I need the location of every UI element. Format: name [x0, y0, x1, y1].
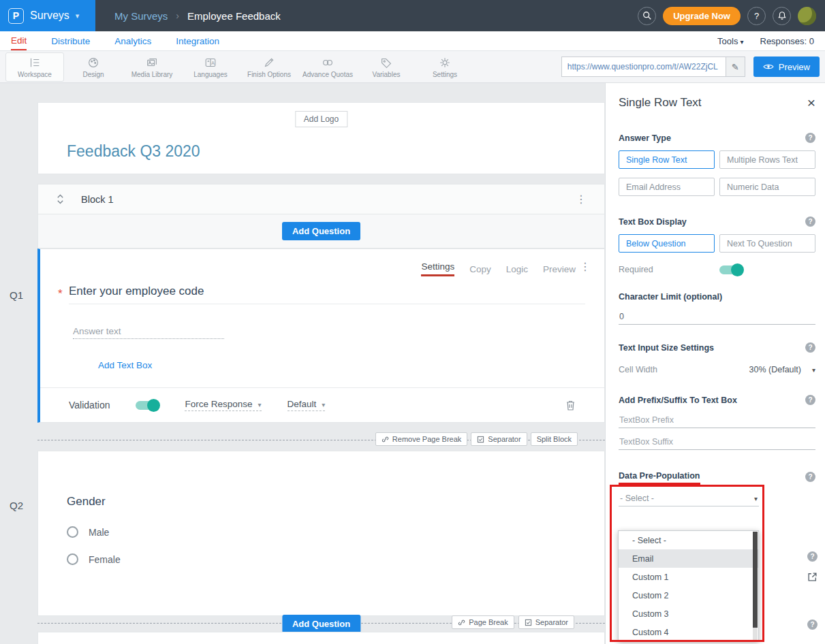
- help-icon: ?: [754, 11, 759, 21]
- upgrade-now-button[interactable]: Upgrade Now: [663, 7, 741, 25]
- question-tab-logic[interactable]: Logic: [506, 264, 528, 274]
- display-below-question[interactable]: Below Question: [619, 234, 715, 253]
- chevron-down-icon[interactable]: ▾: [812, 366, 815, 374]
- search-icon: [642, 11, 652, 20]
- dropdown-option-email[interactable]: Email: [619, 549, 758, 568]
- dropdown-option-custom2[interactable]: Custom 2: [619, 586, 758, 605]
- tab-analytics[interactable]: Analytics: [114, 31, 151, 50]
- block-menu-kebab-icon[interactable]: ⋮: [576, 193, 587, 206]
- question-menu-kebab-icon[interactable]: ⋮: [580, 260, 591, 273]
- add-logo-button[interactable]: Add Logo: [295, 111, 347, 127]
- dropdown-option-select[interactable]: - Select -: [619, 531, 758, 549]
- topbar-actions: Upgrade Now ?: [638, 7, 825, 25]
- cell-width-value[interactable]: 30% (Default): [749, 365, 801, 374]
- eye-icon: [763, 63, 774, 70]
- responses-count[interactable]: Responses: 0: [760, 36, 815, 46]
- toolbar-item-finish-options[interactable]: Finish Options: [240, 52, 298, 82]
- editor-content: Q1 Q2 Add Logo Feedback Q3 2020 Block 1 …: [0, 83, 825, 644]
- dropdown-option-custom1[interactable]: Custom 1: [619, 568, 758, 586]
- data-prepopulation-label: Data Pre-Population: [619, 471, 700, 481]
- dropdown-option-custom3[interactable]: Custom 3: [619, 605, 758, 623]
- unlink-icon: [382, 436, 389, 443]
- page-break-button[interactable]: Page Break: [452, 615, 514, 629]
- separator-button-bottom[interactable]: Separator: [518, 615, 574, 629]
- preview-button[interactable]: Preview: [753, 57, 820, 77]
- toolbar-item-settings[interactable]: Settings: [416, 52, 474, 82]
- svg-text:A: A: [211, 60, 215, 65]
- questionpro-logo-icon: P: [8, 8, 24, 24]
- chevron-down-icon: ▾: [322, 401, 325, 408]
- edit-url-button[interactable]: ✎: [726, 57, 745, 76]
- finish-options-icon: [262, 56, 276, 69]
- help-icon[interactable]: ?: [805, 342, 815, 353]
- breadcrumb-my-surveys[interactable]: My Surveys: [114, 10, 168, 22]
- split-block-button[interactable]: Split Block: [531, 432, 578, 446]
- textbox-suffix-input[interactable]: [619, 434, 815, 450]
- dropdown-scrollbar[interactable]: [753, 532, 758, 641]
- tab-integration[interactable]: Integration: [176, 31, 219, 50]
- toolbar-item-design[interactable]: Design: [64, 52, 123, 82]
- help-icon[interactable]: ?: [805, 133, 815, 143]
- add-text-box-link[interactable]: Add Text Box: [98, 360, 152, 370]
- survey-title[interactable]: Feedback Q3 2020: [67, 142, 200, 161]
- question-text-q1[interactable]: Enter your employee code: [69, 285, 204, 298]
- question-tab-copy[interactable]: Copy: [469, 264, 491, 274]
- remove-page-break-button[interactable]: Remove Page Break: [375, 432, 468, 446]
- notifications-button[interactable]: [773, 7, 791, 25]
- chevron-down-icon: ▾: [258, 401, 262, 408]
- radio-option-female[interactable]: Female: [67, 553, 121, 565]
- survey-nav-bar: Edit Distribute Analytics Integration To…: [0, 31, 825, 51]
- answer-type-single-row[interactable]: Single Row Text: [619, 150, 715, 169]
- block-name[interactable]: Block 1: [81, 194, 114, 205]
- search-button[interactable]: [638, 7, 656, 25]
- textbox-prefix-input[interactable]: [619, 413, 815, 428]
- tab-edit[interactable]: Edit: [11, 31, 27, 50]
- app-switcher[interactable]: P Surveys ▾: [0, 0, 95, 31]
- dropdown-option-custom4[interactable]: Custom 4: [619, 623, 758, 641]
- tab-distribute[interactable]: Distribute: [51, 31, 90, 50]
- answer-type-numeric[interactable]: Numeric Data: [719, 178, 815, 196]
- help-icon[interactable]: ?: [807, 551, 818, 562]
- help-icon[interactable]: ?: [805, 395, 815, 405]
- toolbar-item-workspace[interactable]: Workspace: [5, 52, 64, 82]
- dropdown-scrollbar-thumb[interactable]: [753, 532, 758, 628]
- collapse-block-icon[interactable]: [56, 194, 65, 204]
- user-avatar[interactable]: [798, 7, 816, 25]
- toolbar-item-languages[interactable]: A Languages: [181, 52, 240, 82]
- text-input-size-label: Text Input Size Settings: [619, 343, 714, 353]
- data-prepopulation-select[interactable]: - Select - ▾: [619, 491, 759, 506]
- answer-type-multiple-rows[interactable]: Multiple Rows Text: [719, 150, 815, 169]
- toolbar-item-variables[interactable]: Variables: [357, 52, 416, 82]
- question-text-q2[interactable]: Gender: [67, 495, 106, 509]
- app-name: Surveys: [30, 10, 69, 22]
- toolbar-item-media-library[interactable]: Media Library: [123, 52, 181, 82]
- separator-button[interactable]: Separator: [471, 432, 527, 446]
- block-header: Block 1 ⋮: [37, 184, 605, 214]
- question-tab-settings[interactable]: Settings: [421, 261, 454, 276]
- validation-toggle[interactable]: [136, 401, 159, 410]
- required-toggle[interactable]: [719, 265, 743, 274]
- help-button[interactable]: ?: [747, 7, 766, 25]
- help-icon[interactable]: ?: [805, 216, 815, 227]
- external-link-icon[interactable]: [807, 572, 818, 582]
- delete-question-button[interactable]: [565, 400, 576, 411]
- breadcrumb-current: Employee Feedback: [187, 10, 281, 22]
- toolbar-item-advance-quotas[interactable]: Advance Quotas: [298, 52, 357, 82]
- radio-option-male[interactable]: Male: [67, 526, 109, 538]
- display-next-to-question[interactable]: Next To Question: [719, 234, 815, 253]
- default-dropdown[interactable]: Default▾: [287, 399, 326, 411]
- close-icon[interactable]: ×: [807, 95, 815, 110]
- tools-menu[interactable]: Tools▾: [717, 36, 743, 46]
- question-tab-preview[interactable]: Preview: [543, 264, 576, 274]
- add-question-button-top[interactable]: Add Question: [282, 222, 360, 240]
- force-response-dropdown[interactable]: Force Response▾: [185, 399, 261, 411]
- add-question-button-bottom[interactable]: Add Question: [282, 615, 360, 633]
- help-icon[interactable]: ?: [805, 472, 815, 482]
- share-url-input[interactable]: [562, 57, 726, 76]
- languages-icon: A: [204, 56, 217, 69]
- question-settings-panel: Single Row Text × Answer Type ? Single R…: [605, 83, 825, 644]
- help-icon[interactable]: ?: [807, 619, 818, 630]
- character-limit-input[interactable]: [619, 309, 815, 325]
- answer-text-input[interactable]: [73, 324, 224, 339]
- answer-type-email[interactable]: Email Address: [619, 178, 715, 196]
